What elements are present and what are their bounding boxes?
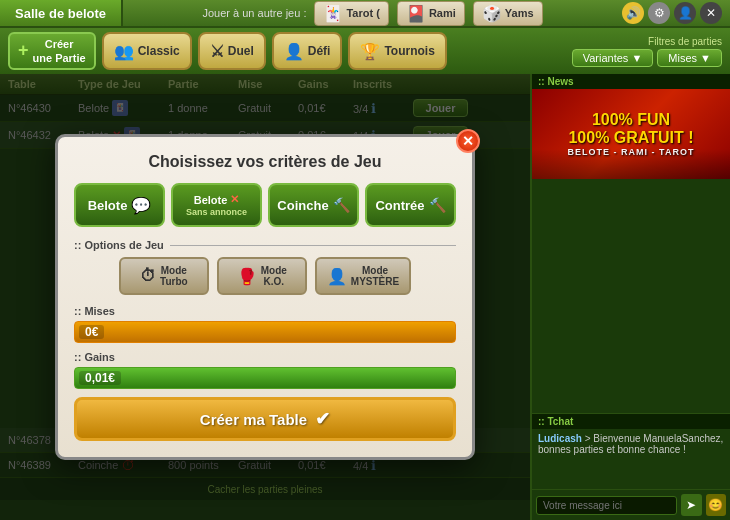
tournois-mode-button[interactable]: 🏆 Tournois	[348, 32, 446, 70]
news-section: :: News 100% FUN 100% GRATUIT ! BELOTE -…	[532, 74, 730, 413]
mystere-mode-button[interactable]: 👤 ModeMYSTÈRE	[315, 257, 411, 295]
duel-mode-button[interactable]: ⚔ Duel	[198, 32, 266, 70]
modal-title: Choisissez vos critères de Jeu	[74, 153, 456, 171]
defi-mode-button[interactable]: 👤 Défi	[272, 32, 343, 70]
modal-close-button[interactable]: ✕	[456, 129, 480, 153]
options-label: :: Options de Jeu	[74, 239, 456, 251]
header-center: Jouer à un autre jeu : 🃏 Tarot ( 🎴 Rami …	[123, 1, 622, 26]
sans-annonce-label: Sans annonce	[186, 207, 247, 217]
ko-icon: 🥊	[237, 267, 257, 286]
plus-icon: +	[18, 40, 29, 62]
chat-bubble-icon: 💬	[131, 196, 151, 215]
belote-type-button[interactable]: Belote 💬	[74, 183, 165, 227]
emoji-icon: 😊	[708, 498, 723, 512]
toolbar: + Créerune Partie 👥 Classic ⚔ Duel 👤 Déf…	[0, 28, 730, 74]
belote-sans-annonce-button[interactable]: Belote ✕ Sans annonce	[171, 183, 262, 227]
rami-label: Rami	[429, 7, 456, 19]
rami-game-btn[interactable]: 🎴 Rami	[397, 1, 465, 26]
variantes-filter-button[interactable]: Variantes ▼	[572, 49, 654, 67]
tarot-label: Tarot (	[346, 7, 379, 19]
chat-input[interactable]	[536, 496, 677, 515]
chat-section: :: Tchat Ludicash > Bienvenue ManuelaSan…	[532, 413, 730, 520]
contree-label: Contrée	[375, 198, 424, 213]
news-label: :: News	[532, 74, 730, 89]
sidebar: :: News 100% FUN 100% GRATUIT ! BELOTE -…	[530, 74, 730, 520]
duel-label: Duel	[228, 44, 254, 58]
chat-input-area: ➤ 😊	[532, 489, 730, 520]
options-buttons: ⏱ ModeTurbo 🥊 ModeK.O. 👤 ModeMYSTÈRE	[74, 257, 456, 295]
x-badge: ✕	[230, 193, 239, 206]
ko-label: ModeK.O.	[261, 265, 287, 287]
chat-emoji-button[interactable]: 😊	[706, 494, 727, 516]
tournois-label: Tournois	[384, 44, 434, 58]
banner-line2: 100% GRATUIT !	[568, 129, 693, 147]
filter-label: Filtres de parties	[648, 36, 722, 47]
yams-label: Yams	[505, 7, 534, 19]
mystere-icon: 👤	[327, 267, 347, 286]
tournois-icon: 🏆	[360, 42, 380, 61]
chat-content: Ludicash > Bienvenue ManuelaSanchez, bon…	[532, 429, 730, 489]
gains-value: 0,01€	[79, 371, 121, 385]
classic-mode-button[interactable]: 👥 Classic	[102, 32, 192, 70]
gains-section: :: Gains 0,01€	[74, 351, 456, 389]
gains-slider[interactable]: 0,01€	[74, 367, 456, 389]
options-section: :: Options de Jeu ⏱ ModeTurbo 🥊 ModeK.O.…	[74, 239, 456, 295]
coinche-icon: 🔨	[333, 197, 350, 213]
user-icon[interactable]: 👤	[674, 2, 696, 24]
mises-slider[interactable]: 0€	[74, 321, 456, 343]
mises-section: :: Mises 0€	[74, 305, 456, 343]
contree-icon: 🔨	[429, 197, 446, 213]
chat-send-button[interactable]: ➤	[681, 494, 702, 516]
modal-overlay: ✕ Choisissez vos critères de Jeu Belote …	[0, 74, 530, 520]
filter-buttons: Variantes ▼ Mises ▼	[572, 49, 722, 67]
banner-sub: BELOTE - RAMI - TAROT	[568, 147, 695, 157]
chat-username: Ludicash	[538, 433, 582, 444]
checkmark-icon: ✔	[315, 408, 330, 430]
gains-label: :: Gains	[74, 351, 456, 363]
ko-mode-button[interactable]: 🥊 ModeK.O.	[217, 257, 307, 295]
defi-icon: 👤	[284, 42, 304, 61]
defi-label: Défi	[308, 44, 331, 58]
duel-icon: ⚔	[210, 42, 224, 61]
coinche-type-button[interactable]: Coinche 🔨	[268, 183, 359, 227]
contree-type-button[interactable]: Contrée 🔨	[365, 183, 456, 227]
create-table-label: Créer ma Table	[200, 411, 307, 428]
chat-label: :: Tchat	[532, 414, 730, 429]
send-icon: ➤	[686, 498, 696, 512]
create-table-button[interactable]: Créer ma Table ✔	[74, 397, 456, 441]
mises-value: 0€	[79, 325, 104, 339]
classic-icon: 👥	[114, 42, 134, 61]
main-area: Table Type de Jeu Partie Mise Gains Insc…	[0, 74, 730, 520]
coinche-label: Coinche	[277, 198, 328, 213]
turbo-mode-button[interactable]: ⏱ ModeTurbo	[119, 257, 209, 295]
modal-dialog: ✕ Choisissez vos critères de Jeu Belote …	[55, 134, 475, 460]
banner-line1: 100% FUN	[592, 111, 670, 129]
header-title: Salle de belote	[0, 0, 123, 26]
filter-area: Filtres de parties Variantes ▼ Mises ▼	[572, 36, 722, 67]
settings-icon[interactable]: ⚙	[648, 2, 670, 24]
close-icon[interactable]: ✕	[700, 2, 722, 24]
news-banner: 100% FUN 100% GRATUIT ! BELOTE - RAMI - …	[532, 89, 730, 179]
header-icons: 🔊 ⚙ 👤 ✕	[622, 2, 730, 24]
create-label: Créerune Partie	[33, 37, 86, 66]
game-type-grid: Belote 💬 Belote ✕ Sans annonce Coinche 🔨	[74, 183, 456, 227]
turbo-label: ModeTurbo	[160, 265, 188, 287]
belote-label: Belote	[88, 198, 128, 213]
sound-icon[interactable]: 🔊	[622, 2, 644, 24]
mystere-label: ModeMYSTÈRE	[351, 265, 399, 287]
classic-label: Classic	[138, 44, 180, 58]
header: Salle de belote Jouer à un autre jeu : 🃏…	[0, 0, 730, 28]
table-area: Table Type de Jeu Partie Mise Gains Insc…	[0, 74, 530, 520]
yams-game-btn[interactable]: 🎲 Yams	[473, 1, 543, 26]
mises-filter-button[interactable]: Mises ▼	[657, 49, 722, 67]
create-partie-button[interactable]: + Créerune Partie	[8, 32, 96, 70]
tarot-game-btn[interactable]: 🃏 Tarot (	[314, 1, 388, 26]
mises-label: :: Mises	[74, 305, 456, 317]
turbo-icon: ⏱	[140, 267, 156, 285]
jouer-label: Jouer à un autre jeu :	[203, 7, 307, 19]
belote-x-label: Belote ✕	[194, 193, 240, 206]
